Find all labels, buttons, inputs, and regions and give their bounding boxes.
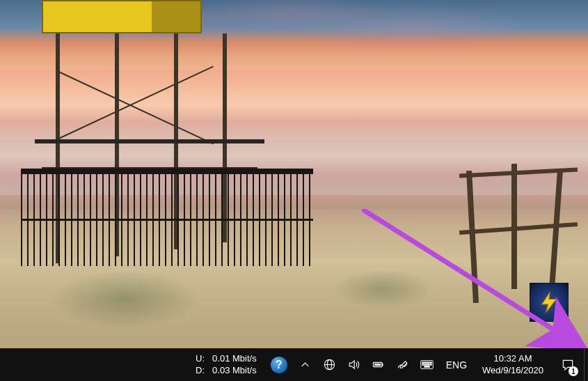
help-icon: ? — [271, 357, 287, 373]
lightning-icon — [537, 290, 562, 315]
desktop-wallpaper[interactable] — [0, 0, 588, 348]
clock-button[interactable]: 10:32 AM Wed/9/16/2020 — [474, 348, 552, 381]
svg-rect-6 — [374, 364, 381, 366]
action-center-button[interactable]: 1 — [552, 348, 584, 381]
svg-rect-13 — [422, 364, 423, 365]
svg-rect-15 — [426, 364, 427, 365]
network-monitor[interactable]: U: 0.01 Mbit/s D: 0.03 Mbit/s — [91, 353, 265, 376]
show-desktop-button[interactable] — [584, 348, 588, 381]
volume-icon — [347, 358, 360, 371]
taskbar: U: 0.01 Mbit/s D: 0.03 Mbit/s ? — [0, 348, 588, 381]
svg-rect-16 — [428, 364, 429, 365]
wallpaper-fence — [21, 169, 313, 266]
netmon-down-value: 0.03 Mbit/s — [212, 365, 257, 376]
touch-keyboard-button[interactable] — [415, 348, 439, 381]
touch-keyboard-icon — [420, 358, 434, 371]
svg-rect-11 — [428, 362, 429, 363]
svg-rect-17 — [430, 364, 431, 365]
network-tray-button[interactable] — [317, 348, 342, 381]
battery-icon — [372, 358, 385, 371]
pen-workspace-icon — [396, 358, 409, 371]
svg-rect-18 — [424, 366, 429, 367]
language-indicator[interactable]: ENG — [439, 348, 474, 381]
notification-badge: 1 — [569, 366, 578, 376]
wallpaper-tower — [42, 0, 202, 33]
netmon-up-value: 0.01 Mbit/s — [212, 353, 257, 364]
wallpaper-rail — [456, 157, 581, 303]
get-help-button[interactable]: ? — [265, 348, 293, 381]
svg-rect-14 — [424, 364, 425, 365]
volume-tray-button[interactable] — [342, 348, 366, 381]
svg-rect-8 — [422, 362, 423, 363]
netmon-down-label: D: — [196, 365, 208, 376]
chevron-up-icon — [299, 358, 312, 371]
svg-rect-12 — [430, 362, 431, 363]
tray-overflow-button[interactable] — [293, 348, 317, 381]
network-icon — [323, 358, 336, 371]
pen-workspace-button[interactable] — [390, 348, 415, 381]
clock-time: 10:32 AM — [494, 353, 532, 364]
svg-rect-9 — [424, 362, 425, 363]
battery-tray-button[interactable] — [366, 348, 390, 381]
svg-rect-5 — [382, 364, 383, 366]
desktop-shortcut-lightning[interactable] — [530, 283, 569, 322]
clock-date: Wed/9/16/2020 — [482, 365, 543, 376]
svg-rect-10 — [426, 362, 427, 363]
netmon-up-label: U: — [196, 353, 208, 364]
